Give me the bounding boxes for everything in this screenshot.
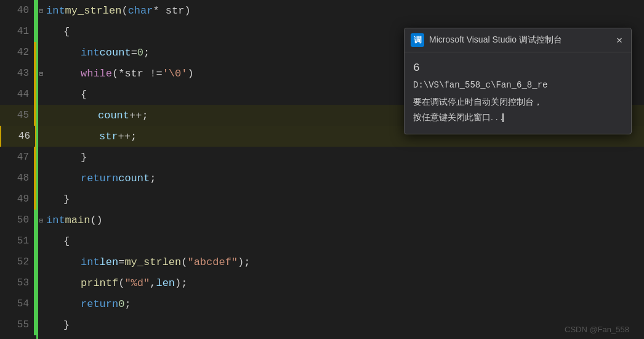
code-content: } (46, 189, 70, 210)
code-content: while (*str != '\0') (46, 63, 194, 84)
table-row: 50⊟int main() (0, 210, 644, 231)
line-number: 42 (0, 42, 34, 63)
cursor-blink (502, 113, 504, 122)
code-content: } (46, 314, 70, 335)
code-token: "%d" (124, 277, 150, 289)
line-number: 46 (1, 126, 35, 147)
code-token: count (100, 47, 131, 59)
line-number: 54 (0, 293, 34, 314)
code-token: 0 (137, 47, 143, 59)
code-token: } (63, 319, 70, 331)
code-editor: 40⊟int my_strlen(char* str)41{42int coun… (0, 0, 644, 339)
code-token: ++; (118, 131, 137, 142)
code-token: { (63, 26, 70, 38)
code-content: { (46, 84, 87, 105)
code-token: ; (150, 173, 156, 184)
code-token: ); (238, 256, 250, 268)
line-number: 45 (0, 105, 34, 126)
debug-popup: 调 Microsoft Visual Studio 调试控制台 ✕ 6 D:\V… (404, 28, 632, 134)
code-token: "abcdef" (187, 256, 238, 268)
code-token: ); (175, 277, 187, 289)
line-number: 52 (0, 251, 34, 272)
line-number: 41 (0, 21, 34, 42)
code-token: } (63, 194, 70, 205)
code-content: int count = 0; (46, 42, 150, 63)
code-content: printf("%d", len); (46, 272, 187, 293)
code-token: char (128, 5, 153, 17)
code-token: ; (143, 47, 150, 59)
code-token: } (81, 152, 87, 163)
output-msg2: 按任意键关闭此窗口. . . (413, 111, 622, 124)
line-number: 50 (0, 210, 34, 231)
editor-left-border (36, 0, 38, 339)
output-path: D:\VS\fan_558_c\Fan_6_8_re (413, 79, 622, 92)
code-token: count (98, 110, 129, 121)
code-token: int (81, 256, 100, 268)
code-token: my_strlen (124, 256, 181, 268)
code-token: int (46, 214, 65, 226)
line-number: 47 (0, 147, 34, 168)
output-msg1: 要在调试停止时自动关闭控制台， (413, 96, 622, 108)
code-token: len (156, 277, 175, 289)
code-token: * str) (153, 5, 190, 17)
code-token: return (81, 173, 118, 184)
code-content: { (46, 231, 70, 251)
code-content: } (46, 147, 87, 168)
table-row: 47} (0, 147, 644, 168)
code-token: = (131, 47, 137, 59)
code-token: printf (81, 277, 118, 289)
line-number: 55 (0, 314, 34, 335)
table-row: 48return count; (0, 168, 644, 189)
line-number: 49 (0, 189, 34, 210)
code-token: = (118, 256, 124, 268)
line-number: 53 (0, 272, 34, 293)
output-number: 6 (413, 60, 622, 76)
code-content: { (46, 21, 70, 42)
table-row: 55} (0, 314, 644, 335)
line-number: 44 (0, 84, 34, 105)
code-content: return 0; (46, 293, 131, 314)
code-token: { (81, 89, 87, 100)
code-content: count++; (46, 105, 148, 126)
code-token: ( (181, 256, 187, 268)
table-row: 54return 0; (0, 293, 644, 314)
code-token: main (65, 214, 91, 226)
vs-icon: 调 (411, 33, 424, 47)
code-content: int main() (46, 210, 103, 231)
code-token: my_strlen (65, 5, 122, 17)
code-token: { (63, 235, 70, 247)
table-row: 49} (0, 189, 644, 210)
line-number: 40 (0, 0, 34, 21)
code-content: int my_strlen(char* str) (46, 0, 191, 21)
code-token: ( (121, 5, 127, 17)
code-token: str (99, 131, 118, 142)
code-content: return count; (46, 168, 156, 189)
code-token: (*str != (112, 68, 163, 80)
line-number: 43 (0, 63, 34, 84)
table-row: 51{ (0, 231, 644, 251)
code-token: ++; (129, 110, 148, 121)
line-number: 51 (0, 231, 34, 251)
code-token: ; (124, 298, 131, 310)
code-token: () (90, 214, 102, 226)
code-token: int (81, 47, 100, 59)
code-token: count (118, 173, 150, 184)
collapse-icon (38, 126, 47, 147)
code-token: 0 (118, 298, 124, 310)
code-content: int len = my_strlen("abcdef"); (46, 251, 250, 272)
line-number: 48 (0, 168, 34, 189)
code-content: str++; (47, 126, 137, 147)
csdn-watermark: CSDN @Fan_558 (565, 325, 629, 334)
popup-close-button[interactable]: ✕ (614, 34, 625, 46)
popup-titlebar: 调 Microsoft Visual Studio 调试控制台 ✕ (405, 28, 631, 52)
table-row: 52int len = my_strlen("abcdef"); (0, 251, 644, 272)
code-token: while (81, 68, 112, 80)
code-token: , (150, 277, 156, 289)
code-token: ) (187, 68, 193, 80)
code-token: ( (118, 277, 124, 289)
popup-content: 6 D:\VS\fan_558_c\Fan_6_8_re 要在调试停止时自动关闭… (405, 52, 631, 134)
popup-title: Microsoft Visual Studio 调试控制台 (429, 35, 614, 46)
code-token: len (100, 256, 119, 268)
table-row: 53printf("%d", len); (0, 272, 644, 293)
code-token: return (81, 298, 118, 310)
